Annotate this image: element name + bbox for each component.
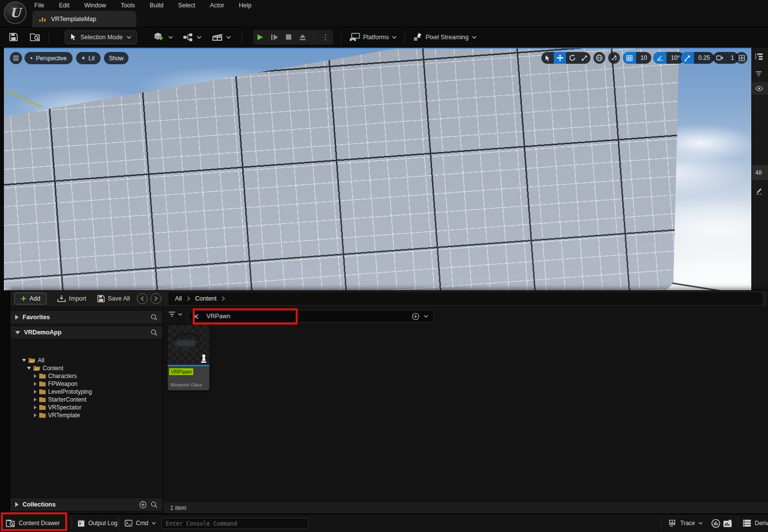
save-icon[interactable] bbox=[9, 32, 18, 42]
tree-item-vrtemplate[interactable]: VRTemplate bbox=[10, 411, 162, 419]
server-stack-icon bbox=[742, 519, 751, 527]
move-tool[interactable] bbox=[554, 52, 566, 64]
add-collection-icon[interactable] bbox=[139, 501, 147, 508]
menu-select[interactable]: Select bbox=[176, 2, 197, 9]
filters-dropdown[interactable] bbox=[168, 311, 182, 317]
screenshot-stats-button[interactable] bbox=[723, 514, 733, 532]
tree-item-levelprototyping[interactable]: LevelPrototyping bbox=[10, 388, 162, 396]
visibility-eye-icon[interactable] bbox=[752, 82, 768, 95]
filter-icon[interactable] bbox=[752, 68, 768, 79]
lit-dropdown[interactable]: Lit bbox=[76, 52, 101, 64]
select-tool[interactable] bbox=[541, 52, 554, 64]
forward-button[interactable] bbox=[151, 293, 161, 304]
chevron-down-icon bbox=[698, 522, 703, 525]
expander-icon[interactable] bbox=[34, 405, 37, 409]
asset-name: VRPawn bbox=[169, 368, 193, 375]
tree-item-startercontent[interactable]: StarterContent bbox=[10, 396, 162, 404]
expander-icon[interactable] bbox=[34, 390, 37, 394]
selection-mode-dropdown[interactable]: Selection Mode bbox=[65, 30, 137, 44]
grid-snap-control[interactable]: 10 bbox=[623, 52, 651, 64]
menu-tools[interactable]: Tools bbox=[119, 2, 137, 9]
tab-vrtemplatemap[interactable]: VRTemplateMap bbox=[32, 11, 136, 27]
tree-item-all[interactable]: All bbox=[10, 356, 162, 364]
collections-label: Collections bbox=[23, 501, 55, 508]
expander-icon[interactable] bbox=[15, 502, 19, 507]
browse-content-icon[interactable] bbox=[30, 32, 41, 42]
open-folder-icon bbox=[28, 357, 36, 363]
menu-file[interactable]: File bbox=[32, 2, 46, 9]
breadcrumb-all[interactable]: All bbox=[175, 295, 182, 302]
rotate-tool[interactable] bbox=[566, 52, 578, 64]
add-actor-dropdown[interactable] bbox=[154, 32, 173, 43]
expander-icon[interactable] bbox=[34, 382, 37, 386]
level-viewport[interactable]: Perspective Lit Show 10 10° bbox=[4, 48, 751, 290]
edit-pencil-icon[interactable] bbox=[752, 185, 768, 197]
viewport-options-button[interactable] bbox=[10, 52, 22, 64]
world-local-toggle[interactable] bbox=[593, 52, 605, 64]
pixel-streaming-dropdown[interactable]: Pixel Streaming bbox=[413, 33, 477, 42]
show-dropdown[interactable]: Show bbox=[104, 52, 128, 64]
project-section[interactable]: VRDemoApp bbox=[10, 326, 162, 339]
skip-frame-button[interactable] bbox=[271, 34, 279, 41]
surface-snapping-button[interactable] bbox=[608, 52, 620, 64]
import-button[interactable]: Import bbox=[57, 295, 86, 303]
menu-edit[interactable]: Edit bbox=[57, 2, 72, 9]
platforms-dropdown[interactable]: Platforms bbox=[349, 33, 397, 42]
add-button[interactable]: Add bbox=[14, 293, 47, 304]
perspective-dropdown[interactable]: Perspective bbox=[25, 52, 73, 64]
search-icon[interactable] bbox=[151, 501, 157, 508]
play-options-kebab[interactable]: ⋮ bbox=[321, 33, 330, 41]
play-button[interactable] bbox=[256, 33, 264, 41]
cmd-dropdown[interactable]: Cmd bbox=[125, 514, 156, 532]
tree-item-characters[interactable]: Characters bbox=[10, 372, 162, 380]
breadcrumb-content[interactable]: Content bbox=[195, 295, 217, 302]
save-all-icon bbox=[97, 295, 105, 303]
chevron-down-icon[interactable] bbox=[424, 315, 428, 318]
clapperboard-icon bbox=[211, 33, 223, 42]
console-command-input[interactable] bbox=[161, 518, 308, 529]
expander-icon[interactable] bbox=[34, 374, 37, 378]
cinematics-dropdown[interactable] bbox=[211, 33, 231, 42]
output-log-button[interactable]: Output Log bbox=[77, 514, 117, 532]
menu-build[interactable]: Build bbox=[148, 2, 165, 9]
expander-icon[interactable] bbox=[27, 367, 31, 370]
rotation-snap-control[interactable]: 10° bbox=[653, 52, 684, 64]
search-icon[interactable] bbox=[151, 314, 157, 321]
expander-icon[interactable] bbox=[22, 359, 26, 362]
expander-icon[interactable] bbox=[15, 331, 20, 334]
asset-tile-vrpawn[interactable]: VRPawn Blueprint Class bbox=[168, 325, 209, 390]
favorites-section[interactable]: Favorites bbox=[10, 310, 162, 324]
scale-tool[interactable] bbox=[578, 52, 590, 64]
angle-snap-icon bbox=[653, 52, 666, 64]
menu-actor[interactable]: Actor bbox=[208, 2, 226, 9]
collections-section[interactable]: Collections bbox=[10, 498, 162, 511]
separator bbox=[341, 31, 341, 44]
unreal-logo-icon[interactable]: U bbox=[4, 1, 26, 24]
derived-data-button[interactable]: Derive bbox=[742, 514, 768, 532]
tree-item-fpweapon[interactable]: FPWeapon bbox=[10, 380, 162, 388]
status-bar: Content Drawer Output Log Cmd Trace bbox=[0, 513, 768, 532]
expander-icon[interactable] bbox=[15, 315, 19, 320]
maximize-viewport-button[interactable] bbox=[736, 52, 747, 64]
active-viewport-border bbox=[4, 48, 751, 49]
outliner-icon[interactable] bbox=[752, 51, 768, 62]
stop-button[interactable] bbox=[285, 34, 292, 40]
tree-item-vrspectator[interactable]: VRSpectator bbox=[10, 404, 162, 411]
insights-button[interactable] bbox=[711, 514, 720, 532]
tree-item-content[interactable]: Content bbox=[10, 364, 162, 372]
save-search-icon[interactable] bbox=[412, 313, 419, 320]
blueprint-nodes-icon bbox=[183, 33, 194, 42]
scale-snap-control[interactable]: 0.25 bbox=[681, 52, 714, 64]
expander-icon[interactable] bbox=[34, 413, 37, 417]
expander-icon[interactable] bbox=[34, 398, 37, 402]
perspective-cube-icon bbox=[30, 55, 32, 61]
eject-button[interactable] bbox=[299, 34, 307, 41]
camera-speed-control[interactable]: 1 bbox=[713, 52, 739, 64]
save-all-button[interactable]: Save All bbox=[97, 295, 130, 303]
menu-window[interactable]: Window bbox=[82, 2, 108, 9]
trace-dropdown[interactable]: Trace bbox=[669, 514, 703, 532]
back-button[interactable] bbox=[137, 293, 148, 304]
menu-help[interactable]: Help bbox=[237, 2, 254, 9]
search-icon[interactable] bbox=[151, 329, 157, 336]
blueprints-dropdown[interactable] bbox=[183, 33, 202, 42]
